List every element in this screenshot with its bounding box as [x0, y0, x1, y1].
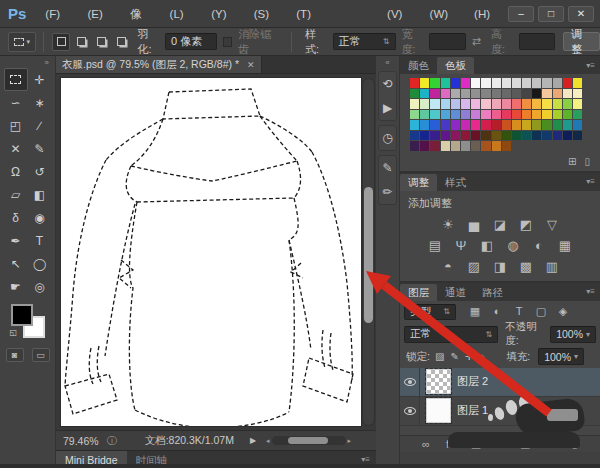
path-selection-tool[interactable]: ↖	[4, 252, 28, 275]
swatches-tab-2[interactable]: 色板	[437, 57, 474, 74]
feather-input[interactable]: 0 像素	[165, 33, 217, 50]
healing-brush-tool[interactable]: ✕	[4, 137, 28, 160]
color-swatch[interactable]	[502, 110, 512, 121]
foreground-color-swatch[interactable]	[11, 304, 33, 326]
posterize-icon[interactable]: ▨	[466, 259, 483, 274]
filter-type-layers-icon[interactable]: T	[511, 305, 527, 318]
scroll-right-icon[interactable]: ▸	[348, 437, 352, 445]
color-swatch[interactable]	[553, 110, 563, 121]
color-balance-icon[interactable]: Ψ	[453, 238, 470, 253]
color-swatch[interactable]	[451, 99, 461, 110]
add-selection-button[interactable]	[72, 33, 90, 51]
color-swatch[interactable]	[542, 131, 552, 142]
status-flyout-icon[interactable]: ▶	[250, 436, 256, 445]
color-swatch[interactable]	[512, 99, 522, 110]
color-swatch[interactable]	[553, 99, 563, 110]
swap-dimensions-icon[interactable]: ⇄	[472, 35, 481, 48]
layer-thumbnail[interactable]	[426, 369, 451, 394]
color-swatch[interactable]	[573, 78, 583, 89]
channel-mixer-icon[interactable]: ◐	[531, 238, 548, 253]
filter-adjustment-layers-icon[interactable]: ◐	[489, 305, 505, 318]
color-swatch[interactable]	[532, 99, 542, 110]
color-swatch[interactable]	[563, 120, 573, 131]
adjustments-tab-2[interactable]: 样式	[437, 174, 474, 191]
color-swatch[interactable]	[430, 131, 440, 142]
threshold-icon[interactable]: ◨	[492, 259, 509, 274]
color-swatch[interactable]	[522, 78, 532, 89]
color-swatch[interactable]	[522, 99, 532, 110]
eyedropper-tool[interactable]: ∕	[28, 114, 52, 137]
minimize-button[interactable]: –	[508, 6, 534, 22]
color-swatch[interactable]	[461, 141, 471, 152]
color-swatch[interactable]	[492, 78, 502, 89]
dock-expand-icon[interactable]: «	[376, 56, 399, 67]
color-swatch[interactable]	[471, 120, 481, 131]
adjustments-tab-1[interactable]: 调整	[400, 174, 437, 191]
color-swatch[interactable]	[420, 131, 430, 142]
color-swatch[interactable]	[420, 120, 430, 131]
color-swatch[interactable]	[512, 110, 522, 121]
delete-swatch-icon[interactable]: ▯	[584, 156, 590, 169]
color-swatch[interactable]	[492, 89, 502, 100]
color-swatch[interactable]	[451, 78, 461, 89]
color-swatch[interactable]	[441, 78, 451, 89]
color-swatch[interactable]	[420, 78, 430, 89]
color-swatch[interactable]	[512, 89, 522, 100]
color-swatch[interactable]	[573, 131, 583, 142]
color-swatch[interactable]	[410, 78, 420, 89]
photo-filter-icon[interactable]: ◍	[505, 238, 522, 253]
curves-icon[interactable]: ◪	[492, 217, 509, 232]
invert-icon[interactable]: ◓	[440, 259, 457, 274]
color-swatch[interactable]	[502, 78, 512, 89]
layer-row[interactable]: 图层 2	[400, 368, 600, 397]
style-dropdown[interactable]: 正常 ⇅	[333, 33, 396, 50]
color-swatch[interactable]	[461, 99, 471, 110]
color-swatch[interactable]	[410, 141, 420, 152]
color-swatch[interactable]	[542, 99, 552, 110]
link-layers-icon[interactable]: ∞	[422, 438, 430, 450]
color-swatch[interactable]	[410, 99, 420, 110]
color-swatch[interactable]	[532, 131, 542, 142]
opacity-value[interactable]: 100% ▾	[550, 326, 596, 343]
maximize-button[interactable]: □	[538, 6, 564, 22]
color-swatch[interactable]	[502, 141, 512, 152]
color-swatch[interactable]	[522, 131, 532, 142]
color-swatch[interactable]	[563, 110, 573, 121]
lock-transparency-icon[interactable]: ▨	[435, 351, 444, 362]
type-tool[interactable]: T	[28, 229, 52, 252]
pen-tool[interactable]: ✒	[4, 229, 28, 252]
color-swatch[interactable]	[430, 99, 440, 110]
color-swatch[interactable]	[512, 78, 522, 89]
color-swatch[interactable]	[502, 131, 512, 142]
color-swatch[interactable]	[471, 89, 481, 100]
clone-source-panel-icon[interactable]: ✏	[379, 180, 396, 204]
lock-all-icon[interactable]: ⌂	[479, 351, 485, 362]
color-swatch[interactable]	[451, 110, 461, 121]
quick-mask-button[interactable]: ◙	[6, 348, 24, 362]
color-swatch[interactable]	[481, 141, 491, 152]
color-swatch[interactable]	[471, 141, 481, 152]
color-swatch[interactable]	[410, 120, 420, 131]
color-swatch[interactable]	[481, 110, 491, 121]
vibrance-icon[interactable]: ▽	[544, 217, 561, 232]
color-swatch[interactable]	[451, 131, 461, 142]
zoom-level[interactable]: 79.46%	[56, 435, 99, 447]
color-swatch[interactable]	[563, 89, 573, 100]
horizontal-scrollbar-thumb[interactable]	[288, 437, 328, 444]
layers-panel-menu-icon[interactable]: ▾≡	[581, 287, 600, 296]
brush-panel-icon[interactable]: ✎	[379, 156, 396, 180]
close-button[interactable]: ✕	[568, 6, 594, 22]
color-swatch[interactable]	[573, 99, 583, 110]
color-swatch[interactable]	[451, 89, 461, 100]
color-swatch[interactable]	[542, 89, 552, 100]
color-swatch[interactable]	[430, 120, 440, 131]
canvas[interactable]	[61, 78, 361, 426]
scroll-left-icon[interactable]: ◂	[266, 437, 270, 445]
color-swatch[interactable]	[410, 89, 420, 100]
color-swatch[interactable]	[410, 131, 420, 142]
document-tab[interactable]: 衣服.psd @ 79.5% (图层 2, RGB/8#) * ✕	[56, 56, 262, 73]
blend-mode-dropdown[interactable]: 正常 ⇅	[404, 326, 498, 343]
color-swatch[interactable]	[471, 110, 481, 121]
gradient-tool[interactable]: ◧	[28, 183, 52, 206]
subtract-selection-button[interactable]	[92, 33, 110, 51]
